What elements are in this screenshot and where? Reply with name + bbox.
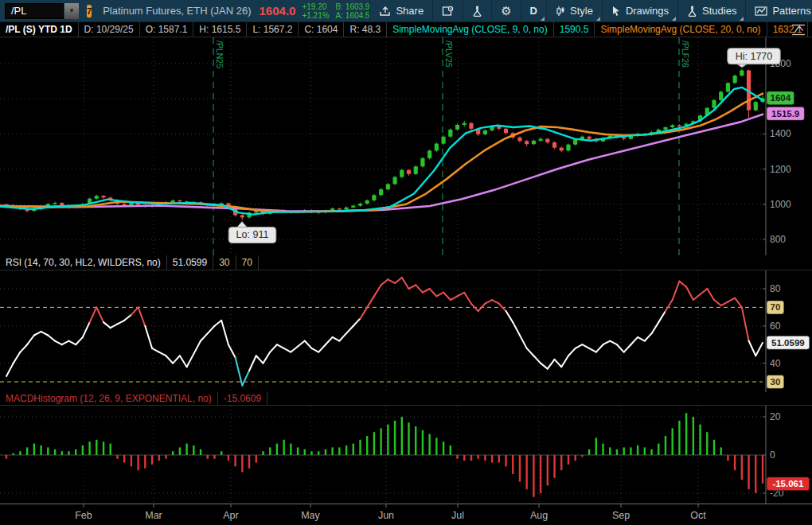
flask-icon	[687, 6, 697, 17]
macd-value: -15.0609	[218, 392, 267, 405]
svg-text:Aug: Aug	[530, 510, 548, 521]
patterns-button[interactable]: Patterns	[745, 0, 812, 22]
svg-text:60: 60	[770, 321, 781, 332]
rsi-header: RSI (14, 70, 30, HL2, WILDERS, no) 51.05…	[0, 255, 812, 270]
change-value: +19.20	[302, 2, 329, 11]
rsi-chart[interactable]: 806040703051.0599	[0, 270, 812, 392]
svg-text:Apr: Apr	[223, 510, 238, 521]
news-icon	[442, 6, 454, 17]
candle-style-icon	[556, 6, 565, 17]
share-button[interactable]: Share	[369, 0, 432, 22]
ohlc-high: H: 1615.5	[193, 22, 247, 37]
macd-chart[interactable]: 200-20-15.061	[0, 406, 812, 504]
rsi-value: 51.0599	[167, 255, 213, 270]
svg-text:Sep: Sep	[612, 510, 630, 521]
sma20-label[interactable]: SimpleMovingAvg (CLOSE, 20, 0, no)	[595, 22, 767, 37]
change-percent: +1.21%	[302, 11, 329, 20]
ohlc-open: O: 1587.1	[140, 22, 194, 37]
svg-text:30: 30	[771, 377, 781, 387]
price-chart[interactable]: /PLN25/PLV25/PLF261800140012001000800160…	[0, 37, 812, 255]
symbol-dropdown-button[interactable]: ▼	[64, 3, 79, 19]
svg-text:May: May	[301, 510, 320, 521]
flask-icon	[472, 6, 482, 17]
watchlist-badge[interactable]: 7	[87, 5, 92, 18]
drawings-button[interactable]: Drawings	[602, 0, 677, 22]
svg-text:Jun: Jun	[378, 510, 394, 521]
bid-ask-block: B: 1603.9 A: 1604.5	[336, 2, 370, 20]
svg-text:1400: 1400	[770, 128, 791, 139]
sma9-label[interactable]: SimpleMovingAvg (CLOSE, 9, 0, no)	[387, 22, 554, 37]
chart-header: /PL (S) YTD 1D D: 10/29/25 O: 1587.1 H: …	[0, 22, 812, 37]
svg-text:800: 800	[770, 234, 786, 245]
trading-app: { "toolbar": { "symbol": "/PL", "watchli…	[0, 0, 812, 525]
svg-text:Jul: Jul	[451, 510, 464, 521]
sma9-value: 1590.5	[554, 22, 595, 37]
toolbar-buttons: Share ⚙ D Style Drawings	[369, 0, 812, 22]
svg-text:20: 20	[770, 411, 781, 422]
last-price: 1604.0	[260, 4, 296, 18]
interval-button[interactable]: D	[521, 0, 546, 22]
change-block: +19.20 +1.21%	[302, 2, 329, 20]
svg-text:Hi: 1770: Hi: 1770	[736, 51, 773, 62]
svg-text:40: 40	[770, 358, 781, 369]
svg-text:Feb: Feb	[75, 510, 92, 521]
chart-curve-icon[interactable]	[791, 24, 806, 38]
svg-text:/PLN25: /PLN25	[215, 41, 224, 68]
symbol-input[interactable]: /PL	[5, 3, 64, 19]
svg-text:1200: 1200	[770, 164, 791, 175]
svg-text:Mar: Mar	[145, 510, 162, 521]
svg-text:80: 80	[770, 283, 781, 294]
rsi-low-band: 30	[213, 255, 236, 270]
svg-text:/PLV25: /PLV25	[444, 41, 454, 68]
studies-button[interactable]: Studies	[677, 0, 745, 22]
svg-text:70: 70	[771, 302, 781, 312]
svg-text:1604: 1604	[771, 93, 791, 103]
rsi-high-band: 70	[236, 255, 259, 270]
chart-title[interactable]: /PL (S) YTD 1D	[0, 22, 79, 37]
time-axis[interactable]: FebMarAprMayJunJulAugSepOct	[0, 504, 812, 525]
share-icon	[379, 6, 391, 17]
top-toolbar: /PL ▼ 7 Platinum Futures, ETH (JAN 26) 1…	[0, 0, 812, 22]
svg-text:Oct: Oct	[690, 510, 706, 521]
svg-text:1000: 1000	[770, 199, 791, 210]
ohlc-low: L: 1567.2	[247, 22, 299, 37]
analyze-button[interactable]	[463, 0, 491, 22]
news-button[interactable]	[432, 0, 463, 22]
rsi-label[interactable]: RSI (14, 70, 30, HL2, WILDERS, no)	[0, 255, 167, 270]
bid-value: B: 1603.9	[336, 2, 370, 11]
cursor-icon	[611, 6, 621, 17]
style-button[interactable]: Style	[546, 0, 602, 22]
ohlc-close: C: 1604	[299, 22, 344, 37]
macd-header: MACDHistogram (12, 26, 9, EXPONENTIAL, n…	[0, 392, 812, 406]
gear-icon: ⚙	[501, 5, 511, 17]
svg-text:/PLF26: /PLF26	[681, 41, 690, 68]
svg-text:0: 0	[770, 449, 775, 461]
instrument-description: Platinum Futures, ETH (JAN 26)	[103, 5, 251, 17]
macd-label[interactable]: MACDHistogram (12, 26, 9, EXPONENTIAL, n…	[0, 392, 218, 405]
patterns-icon	[755, 6, 767, 17]
svg-text:Lo: 911: Lo: 911	[236, 229, 269, 240]
svg-text:1515.9: 1515.9	[771, 109, 799, 119]
ohlc-date: D: 10/29/25	[79, 22, 140, 37]
settings-button[interactable]: ⚙	[491, 0, 520, 22]
ohlc-range: R: 48.3	[344, 22, 387, 37]
sma-long-label[interactable]: Simple...	[808, 22, 812, 37]
ask-value: A: 1604.5	[336, 11, 370, 20]
svg-text:51.0599: 51.0599	[771, 338, 805, 348]
svg-text:-15.061: -15.061	[772, 479, 804, 488]
